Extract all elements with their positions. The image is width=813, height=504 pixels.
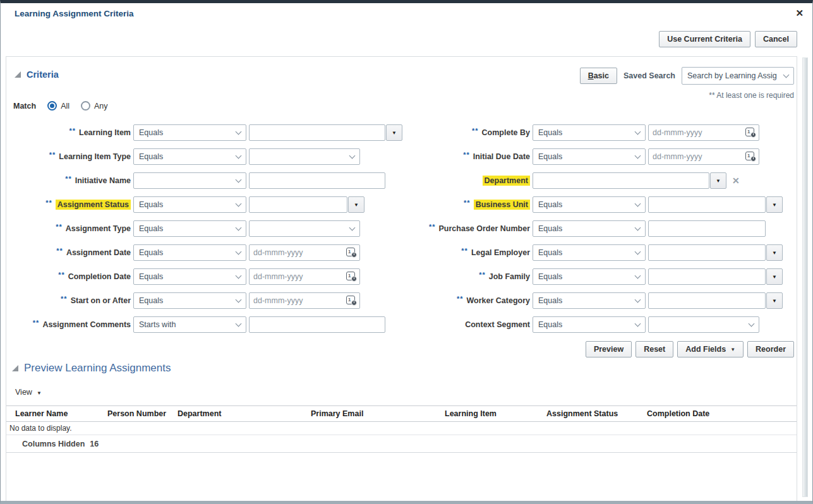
close-icon[interactable]: ✕ <box>795 8 804 19</box>
clock-icon <box>351 252 357 258</box>
preview-button[interactable]: Preview <box>586 341 632 357</box>
column-header-department[interactable]: Department <box>178 409 311 418</box>
preview-section-header[interactable]: Preview Learning Assignments <box>12 362 171 375</box>
value-input-legal-employer[interactable] <box>648 244 766 261</box>
required-note: ** At least one is required <box>709 91 794 100</box>
date-picker-button[interactable]: 1 <box>745 128 756 138</box>
value-select-learning-item-type[interactable] <box>249 148 360 165</box>
clock-icon <box>750 156 756 162</box>
lov-dropdown-button-worker-category[interactable]: ▼ <box>766 292 783 309</box>
radio-unselected-icon <box>81 101 90 111</box>
criteria-section-header[interactable]: Criteria <box>15 69 59 80</box>
field-label-text-complete-by: Complete By <box>482 128 530 137</box>
operator-select-assignment-status[interactable]: Equals <box>133 196 246 213</box>
date-input-complete-by[interactable] <box>648 124 759 141</box>
field-row-business-unit: **Business UnitEquals▼ <box>418 193 783 217</box>
match-any-radio[interactable]: Any <box>81 101 108 111</box>
operator-select-context-segment[interactable]: Equals <box>533 316 646 333</box>
column-header-person-number[interactable]: Person Number <box>107 409 178 418</box>
lov-dropdown-button-department[interactable]: ▼ <box>710 172 726 189</box>
scrollbar[interactable] <box>802 57 808 497</box>
operator-select-assignment-date[interactable]: Equals <box>133 244 246 261</box>
operator-select-job-family[interactable]: Equals <box>533 268 646 285</box>
column-header-primary-email[interactable]: Primary Email <box>311 409 445 418</box>
date-input-initial-due-date-wrap: 1 <box>648 148 759 165</box>
add-fields-button[interactable]: Add Fields▼ <box>677 341 744 357</box>
chevron-down-icon <box>236 225 242 231</box>
operator-select-legal-employer[interactable]: Equals <box>533 244 646 261</box>
saved-search-value: Search by Learning Assignm <box>687 71 777 80</box>
menu-caret-icon: ▼ <box>37 389 42 396</box>
date-input-completion-date[interactable] <box>249 268 360 285</box>
date-input-initial-due-date[interactable] <box>648 148 759 165</box>
field-label-worker-category: **Worker Category <box>418 296 530 305</box>
field-label-learning-item: **Learning Item <box>13 128 131 137</box>
date-picker-button[interactable]: 1 <box>346 296 357 306</box>
lov-dropdown-button-assignment-status[interactable]: ▼ <box>348 196 364 213</box>
date-input-completion-date-wrap: 1 <box>249 268 360 285</box>
value-input-assignment-comments[interactable] <box>249 316 385 333</box>
reorder-button[interactable]: Reorder <box>747 341 794 357</box>
column-header-completion-date[interactable]: Completion Date <box>647 409 797 418</box>
chevron-down-icon <box>236 249 242 255</box>
value-input-worker-category[interactable] <box>648 292 766 309</box>
operator-select-initiative-name[interactable] <box>133 172 246 189</box>
value-input-initiative-name[interactable] <box>249 172 385 189</box>
value-input-learning-item[interactable] <box>249 124 385 141</box>
lov-dropdown-button-legal-employer[interactable]: ▼ <box>766 244 783 261</box>
field-row-assignment-status: **Assignment StatusEquals▼ <box>13 193 402 217</box>
operator-select-purchase-order-number-value: Equals <box>538 224 562 233</box>
operator-select-assignment-type[interactable]: Equals <box>133 220 246 237</box>
chevron-down-icon <box>635 297 641 303</box>
cancel-button[interactable]: Cancel <box>755 31 797 47</box>
lov-dropdown-button-job-family[interactable]: ▼ <box>766 268 783 285</box>
lov-dropdown-button-business-unit[interactable]: ▼ <box>766 196 783 213</box>
value-select-assignment-type[interactable] <box>249 220 360 237</box>
operator-select-learning-item[interactable]: Equals <box>133 124 246 141</box>
collapse-triangle-icon[interactable] <box>15 71 21 78</box>
required-marker: ** <box>69 127 76 135</box>
operator-select-initial-due-date[interactable]: Equals <box>533 148 646 165</box>
column-header-assignment-status[interactable]: Assignment Status <box>546 409 647 418</box>
operator-select-business-unit[interactable]: Equals <box>533 196 646 213</box>
chevron-down-icon <box>236 153 242 159</box>
operator-select-purchase-order-number[interactable]: Equals <box>533 220 646 237</box>
operator-select-learning-item-type[interactable]: Equals <box>133 148 246 165</box>
saved-search-label: Saved Search <box>623 71 675 80</box>
criteria-panel: Criteria Basic Saved Search Search by Le… <box>6 56 797 501</box>
date-picker-button[interactable]: 1 <box>346 248 357 258</box>
date-input-start-on-or-after-wrap: 1 <box>249 292 360 309</box>
date-input-start-on-or-after[interactable] <box>249 292 360 309</box>
view-menu[interactable]: View ▼ <box>15 388 42 397</box>
column-header-learner-name[interactable]: Learner Name <box>6 409 107 418</box>
remove-criterion-icon[interactable]: ✕ <box>732 176 740 186</box>
value-input-department[interactable] <box>533 172 709 189</box>
use-current-criteria-button[interactable]: Use Current Criteria <box>659 31 750 47</box>
operator-select-worker-category[interactable]: Equals <box>533 292 646 309</box>
field-label-assignment-date: **Assignment Date <box>13 248 131 257</box>
basic-button[interactable]: Basic <box>580 68 617 84</box>
saved-search-select[interactable]: Search by Learning Assignm <box>682 67 794 85</box>
field-label-initial-due-date: **Initial Due Date <box>418 152 530 161</box>
operator-select-complete-by[interactable]: Equals <box>533 124 646 141</box>
operator-select-assignment-comments[interactable]: Starts with <box>133 316 246 333</box>
operator-select-start-on-or-after[interactable]: Equals <box>133 292 246 309</box>
value-input-assignment-status[interactable] <box>249 196 347 213</box>
operator-select-completion-date[interactable]: Equals <box>133 268 246 285</box>
criteria-heading: Criteria <box>27 69 59 80</box>
value-input-job-family[interactable] <box>648 268 766 285</box>
value-select-context-segment[interactable] <box>648 316 759 333</box>
date-picker-button[interactable]: 1 <box>745 152 756 162</box>
chevron-down-icon <box>635 201 641 207</box>
lov-dropdown-button-learning-item[interactable]: ▼ <box>386 124 402 141</box>
value-input-purchase-order-number[interactable] <box>648 220 766 237</box>
column-header-learning-item[interactable]: Learning Item <box>445 409 546 418</box>
match-all-radio[interactable]: All <box>47 101 69 111</box>
collapse-triangle-icon[interactable] <box>12 365 18 371</box>
date-input-assignment-date[interactable] <box>249 244 360 261</box>
operator-select-initial-due-date-value: Equals <box>538 152 562 161</box>
required-marker: ** <box>45 199 52 207</box>
reset-button[interactable]: Reset <box>635 341 673 357</box>
date-picker-button[interactable]: 1 <box>346 272 357 282</box>
value-input-business-unit[interactable] <box>648 196 766 213</box>
